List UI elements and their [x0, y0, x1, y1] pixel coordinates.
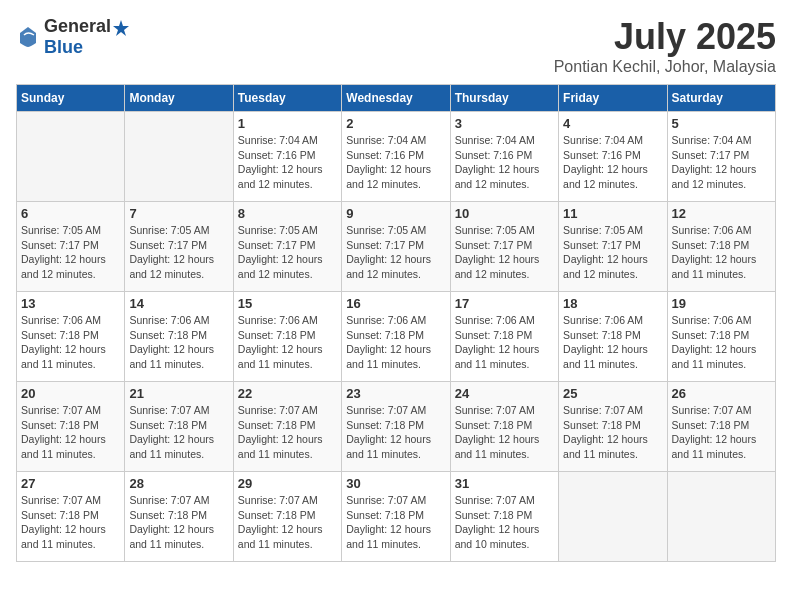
weekday-header-sunday: Sunday	[17, 85, 125, 112]
title-area: July 2025 Pontian Kechil, Johor, Malaysi…	[554, 16, 776, 76]
week-row-4: 20Sunrise: 7:07 AMSunset: 7:18 PMDayligh…	[17, 382, 776, 472]
day-info: Sunrise: 7:05 AMSunset: 7:17 PMDaylight:…	[346, 223, 445, 282]
month-title: July 2025	[554, 16, 776, 58]
calendar-cell: 11Sunrise: 7:05 AMSunset: 7:17 PMDayligh…	[559, 202, 667, 292]
day-info: Sunrise: 7:04 AMSunset: 7:16 PMDaylight:…	[455, 133, 554, 192]
day-number: 24	[455, 386, 554, 401]
day-number: 29	[238, 476, 337, 491]
calendar-cell: 16Sunrise: 7:06 AMSunset: 7:18 PMDayligh…	[342, 292, 450, 382]
calendar-cell: 5Sunrise: 7:04 AMSunset: 7:17 PMDaylight…	[667, 112, 775, 202]
logo: General Blue	[16, 16, 131, 58]
day-info: Sunrise: 7:05 AMSunset: 7:17 PMDaylight:…	[563, 223, 662, 282]
day-info: Sunrise: 7:07 AMSunset: 7:18 PMDaylight:…	[346, 403, 445, 462]
calendar-cell: 26Sunrise: 7:07 AMSunset: 7:18 PMDayligh…	[667, 382, 775, 472]
calendar-cell: 10Sunrise: 7:05 AMSunset: 7:17 PMDayligh…	[450, 202, 558, 292]
weekday-header-monday: Monday	[125, 85, 233, 112]
day-info: Sunrise: 7:07 AMSunset: 7:18 PMDaylight:…	[455, 403, 554, 462]
calendar-cell: 27Sunrise: 7:07 AMSunset: 7:18 PMDayligh…	[17, 472, 125, 562]
week-row-1: 1Sunrise: 7:04 AMSunset: 7:16 PMDaylight…	[17, 112, 776, 202]
calendar-cell: 3Sunrise: 7:04 AMSunset: 7:16 PMDaylight…	[450, 112, 558, 202]
day-number: 16	[346, 296, 445, 311]
day-info: Sunrise: 7:05 AMSunset: 7:17 PMDaylight:…	[129, 223, 228, 282]
calendar-cell: 12Sunrise: 7:06 AMSunset: 7:18 PMDayligh…	[667, 202, 775, 292]
weekday-header-friday: Friday	[559, 85, 667, 112]
day-number: 31	[455, 476, 554, 491]
calendar-cell	[559, 472, 667, 562]
day-info: Sunrise: 7:07 AMSunset: 7:18 PMDaylight:…	[129, 403, 228, 462]
calendar-cell: 1Sunrise: 7:04 AMSunset: 7:16 PMDaylight…	[233, 112, 341, 202]
day-number: 3	[455, 116, 554, 131]
weekday-header-tuesday: Tuesday	[233, 85, 341, 112]
day-number: 26	[672, 386, 771, 401]
day-info: Sunrise: 7:06 AMSunset: 7:18 PMDaylight:…	[129, 313, 228, 372]
day-number: 11	[563, 206, 662, 221]
day-info: Sunrise: 7:06 AMSunset: 7:18 PMDaylight:…	[672, 223, 771, 282]
weekday-header-saturday: Saturday	[667, 85, 775, 112]
page-header: General Blue July 2025 Pontian Kechil, J…	[16, 16, 776, 76]
day-number: 25	[563, 386, 662, 401]
day-number: 27	[21, 476, 120, 491]
day-info: Sunrise: 7:04 AMSunset: 7:16 PMDaylight:…	[563, 133, 662, 192]
day-number: 1	[238, 116, 337, 131]
day-info: Sunrise: 7:07 AMSunset: 7:18 PMDaylight:…	[21, 493, 120, 552]
day-info: Sunrise: 7:06 AMSunset: 7:18 PMDaylight:…	[455, 313, 554, 372]
day-info: Sunrise: 7:07 AMSunset: 7:18 PMDaylight:…	[672, 403, 771, 462]
day-number: 23	[346, 386, 445, 401]
week-row-5: 27Sunrise: 7:07 AMSunset: 7:18 PMDayligh…	[17, 472, 776, 562]
day-info: Sunrise: 7:07 AMSunset: 7:18 PMDaylight:…	[238, 403, 337, 462]
day-number: 15	[238, 296, 337, 311]
calendar-cell	[17, 112, 125, 202]
week-row-2: 6Sunrise: 7:05 AMSunset: 7:17 PMDaylight…	[17, 202, 776, 292]
day-number: 10	[455, 206, 554, 221]
calendar-cell: 2Sunrise: 7:04 AMSunset: 7:16 PMDaylight…	[342, 112, 450, 202]
day-info: Sunrise: 7:07 AMSunset: 7:18 PMDaylight:…	[129, 493, 228, 552]
logo-blue-text: Blue	[44, 37, 83, 57]
day-number: 20	[21, 386, 120, 401]
day-number: 2	[346, 116, 445, 131]
day-number: 5	[672, 116, 771, 131]
calendar-cell: 30Sunrise: 7:07 AMSunset: 7:18 PMDayligh…	[342, 472, 450, 562]
calendar-cell: 9Sunrise: 7:05 AMSunset: 7:17 PMDaylight…	[342, 202, 450, 292]
calendar-cell: 18Sunrise: 7:06 AMSunset: 7:18 PMDayligh…	[559, 292, 667, 382]
logo-general-text: General	[44, 16, 111, 36]
calendar-cell: 7Sunrise: 7:05 AMSunset: 7:17 PMDaylight…	[125, 202, 233, 292]
calendar-cell: 6Sunrise: 7:05 AMSunset: 7:17 PMDaylight…	[17, 202, 125, 292]
day-info: Sunrise: 7:04 AMSunset: 7:16 PMDaylight:…	[238, 133, 337, 192]
calendar-cell: 15Sunrise: 7:06 AMSunset: 7:18 PMDayligh…	[233, 292, 341, 382]
day-number: 13	[21, 296, 120, 311]
day-number: 28	[129, 476, 228, 491]
day-info: Sunrise: 7:06 AMSunset: 7:18 PMDaylight:…	[346, 313, 445, 372]
calendar-cell: 8Sunrise: 7:05 AMSunset: 7:17 PMDaylight…	[233, 202, 341, 292]
day-number: 6	[21, 206, 120, 221]
calendar-cell: 25Sunrise: 7:07 AMSunset: 7:18 PMDayligh…	[559, 382, 667, 472]
calendar-cell: 4Sunrise: 7:04 AMSunset: 7:16 PMDaylight…	[559, 112, 667, 202]
day-info: Sunrise: 7:07 AMSunset: 7:18 PMDaylight:…	[238, 493, 337, 552]
calendar-cell: 29Sunrise: 7:07 AMSunset: 7:18 PMDayligh…	[233, 472, 341, 562]
calendar-cell: 13Sunrise: 7:06 AMSunset: 7:18 PMDayligh…	[17, 292, 125, 382]
day-number: 19	[672, 296, 771, 311]
calendar-cell: 24Sunrise: 7:07 AMSunset: 7:18 PMDayligh…	[450, 382, 558, 472]
calendar-cell: 23Sunrise: 7:07 AMSunset: 7:18 PMDayligh…	[342, 382, 450, 472]
calendar-cell	[125, 112, 233, 202]
day-number: 22	[238, 386, 337, 401]
day-info: Sunrise: 7:04 AMSunset: 7:16 PMDaylight:…	[346, 133, 445, 192]
weekday-header-row: SundayMondayTuesdayWednesdayThursdayFrid…	[17, 85, 776, 112]
calendar-cell: 19Sunrise: 7:06 AMSunset: 7:18 PMDayligh…	[667, 292, 775, 382]
day-number: 17	[455, 296, 554, 311]
day-info: Sunrise: 7:06 AMSunset: 7:18 PMDaylight:…	[21, 313, 120, 372]
calendar-cell: 31Sunrise: 7:07 AMSunset: 7:18 PMDayligh…	[450, 472, 558, 562]
day-info: Sunrise: 7:05 AMSunset: 7:17 PMDaylight:…	[21, 223, 120, 282]
day-info: Sunrise: 7:06 AMSunset: 7:18 PMDaylight:…	[238, 313, 337, 372]
weekday-header-wednesday: Wednesday	[342, 85, 450, 112]
day-info: Sunrise: 7:06 AMSunset: 7:18 PMDaylight:…	[672, 313, 771, 372]
day-number: 14	[129, 296, 228, 311]
day-info: Sunrise: 7:05 AMSunset: 7:17 PMDaylight:…	[455, 223, 554, 282]
calendar-cell	[667, 472, 775, 562]
day-number: 9	[346, 206, 445, 221]
day-number: 12	[672, 206, 771, 221]
day-info: Sunrise: 7:07 AMSunset: 7:18 PMDaylight:…	[346, 493, 445, 552]
calendar-cell: 28Sunrise: 7:07 AMSunset: 7:18 PMDayligh…	[125, 472, 233, 562]
day-info: Sunrise: 7:07 AMSunset: 7:18 PMDaylight:…	[563, 403, 662, 462]
week-row-3: 13Sunrise: 7:06 AMSunset: 7:18 PMDayligh…	[17, 292, 776, 382]
day-info: Sunrise: 7:04 AMSunset: 7:17 PMDaylight:…	[672, 133, 771, 192]
